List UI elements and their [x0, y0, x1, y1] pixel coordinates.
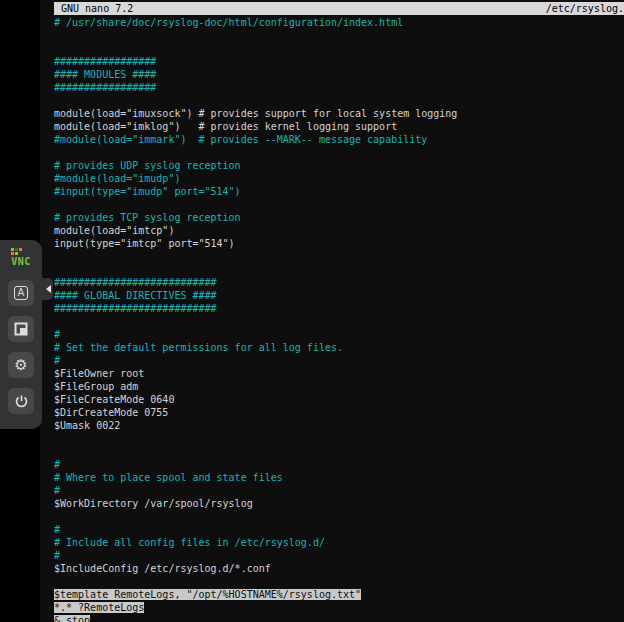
- nano-titlebar: GNU nano 7.2 /etc/rsyslog.: [54, 2, 624, 15]
- novnc-control-bar[interactable]: VNC A ⚙: [0, 240, 42, 429]
- settings-button[interactable]: ⚙: [8, 352, 34, 378]
- terminal-line: #input(type="imudp" port="514"): [54, 185, 624, 198]
- terminal-line: #: [54, 354, 624, 367]
- terminal-line: # provides UDP syslog reception: [54, 159, 624, 172]
- terminal-line: $DirCreateMode 0755: [54, 406, 624, 419]
- novnc-logo-text: VNC: [11, 256, 31, 267]
- novnc-logo: VNC: [11, 248, 31, 267]
- keyboard-key-icon: A: [14, 286, 29, 300]
- terminal-window[interactable]: GNU nano 7.2 /etc/rsyslog. # /usr/share/…: [40, 0, 624, 622]
- terminal-line: module(load="imklog") # provides kernel …: [54, 120, 624, 133]
- terminal-line: # /usr/share/doc/rsyslog-doc/html/config…: [54, 16, 624, 29]
- terminal-line: [54, 198, 624, 211]
- terminal-line: #: [54, 458, 624, 471]
- disconnect-button[interactable]: [8, 388, 34, 414]
- terminal-line: $FileCreateMode 0640: [54, 393, 624, 406]
- terminal-line: $IncludeConfig /etc/rsyslog.d/*.conf: [54, 562, 624, 575]
- terminal-line: #module(load="imudp"): [54, 172, 624, 185]
- nano-version-label: GNU nano 7.2: [54, 2, 133, 15]
- control-bar-handle[interactable]: [42, 278, 53, 300]
- collapse-arrow-icon: [42, 285, 51, 293]
- terminal-line: #: [54, 484, 624, 497]
- terminal-line: [54, 42, 624, 55]
- screen: GNU nano 7.2 /etc/rsyslog. # /usr/share/…: [0, 0, 624, 622]
- terminal-line: #: [54, 523, 624, 536]
- terminal-line: module(load="imuxsock") # provides suppo…: [54, 107, 624, 120]
- terminal-line: & stop: [54, 614, 624, 622]
- terminal-line: #################: [54, 55, 624, 68]
- terminal-line: #### GLOBAL DIRECTIVES ####: [54, 289, 624, 302]
- terminal-line: input(type="imtcp" port="514"): [54, 237, 624, 250]
- terminal-line: [54, 146, 624, 159]
- terminal-line: # Include all config files in /etc/rsysl…: [54, 536, 624, 549]
- fullscreen-button[interactable]: [8, 316, 34, 342]
- terminal-line: [54, 94, 624, 107]
- terminal-line: ###########################: [54, 276, 624, 289]
- terminal-line: #module(load="immark") # provides --MARK…: [54, 133, 624, 146]
- terminal-line: module(load="imtcp"): [54, 224, 624, 237]
- terminal-line: # Set the default permissions for all lo…: [54, 341, 624, 354]
- gear-icon: ⚙: [14, 358, 27, 373]
- terminal-line: #################: [54, 81, 624, 94]
- terminal-line: $Umask 0022: [54, 419, 624, 432]
- terminal-line: [54, 445, 624, 458]
- terminal-line: [54, 250, 624, 263]
- terminal-line: [54, 29, 624, 42]
- power-icon: [14, 394, 29, 409]
- extra-keys-button[interactable]: A: [8, 280, 34, 306]
- terminal-line: [54, 432, 624, 445]
- terminal-line: # Where to place spool and state files: [54, 471, 624, 484]
- terminal-line: $FileGroup adm: [54, 380, 624, 393]
- terminal-line: $FileOwner root: [54, 367, 624, 380]
- terminal-line: *.* ?RemoteLogs: [54, 601, 624, 614]
- terminal-line: ###########################: [54, 302, 624, 315]
- terminal-line: $template RemoteLogs, "/opt/%HOSTNAME%/r…: [54, 588, 624, 601]
- nano-filename-label: /etc/rsyslog.: [546, 2, 624, 15]
- terminal-line: [54, 510, 624, 523]
- novnc-logo-pixels: [11, 248, 23, 256]
- terminal-line: [54, 263, 624, 276]
- terminal-line: [54, 575, 624, 588]
- fullscreen-icon: [14, 322, 28, 336]
- terminal-line: [54, 315, 624, 328]
- terminal-body[interactable]: # /usr/share/doc/rsyslog-doc/html/config…: [54, 16, 624, 622]
- terminal-line: #### MODULES ####: [54, 68, 624, 81]
- terminal-line: $WorkDirectory /var/spool/rsyslog: [54, 497, 624, 510]
- terminal-line: #: [54, 328, 624, 341]
- terminal-line: #: [54, 549, 624, 562]
- terminal-line: # provides TCP syslog reception: [54, 211, 624, 224]
